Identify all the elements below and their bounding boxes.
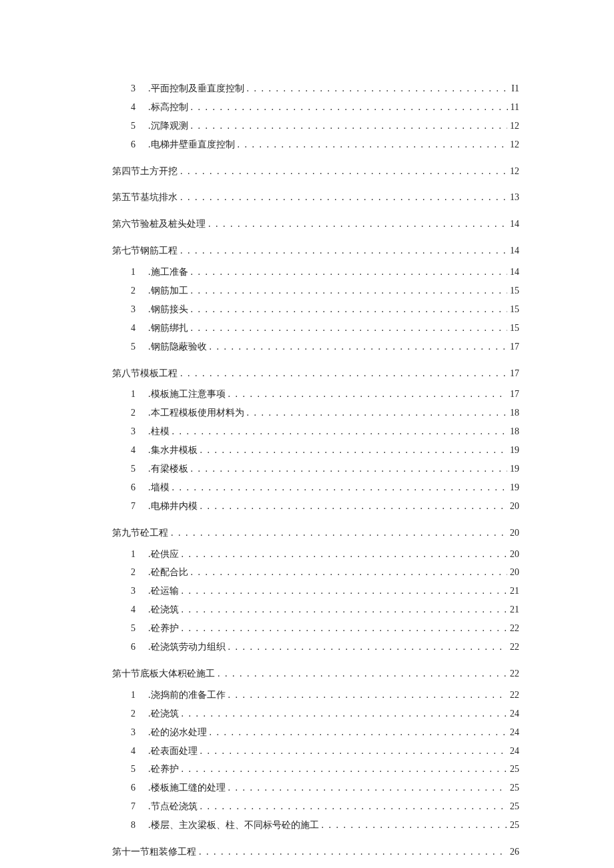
- toc-page-number: 25: [510, 779, 519, 797]
- toc-subitem-number: 8: [131, 817, 143, 834]
- toc-leader-dots: . . . . . . . . . . . . . . . . . . . . …: [191, 320, 508, 337]
- toc-subitem-label: .砼供应: [148, 546, 179, 563]
- toc-page-number: 13: [510, 189, 519, 206]
- toc-subitem-label: .砼表面处理: [148, 743, 198, 760]
- toc-page-number: 17: [510, 386, 519, 403]
- toc-leader-dots: . . . . . . . . . . . . . . . . . . . . …: [182, 705, 508, 723]
- toc-subitem-label: .浇捣前的准备工作: [148, 687, 226, 704]
- toc-subitem: 1.浇捣前的准备工作. . . . . . . . . . . . . . . …: [131, 687, 519, 704]
- toc-leader-dots: . . . . . . . . . . . . . . . . . . . . …: [228, 386, 508, 403]
- toc-subitem-label: .平面控制及垂直度控制: [148, 80, 244, 97]
- toc-page-number: 21: [510, 601, 519, 618]
- toc-subitem-number: 5: [131, 460, 143, 478]
- toc-subitem: 1.砼供应. . . . . . . . . . . . . . . . . .…: [131, 546, 519, 563]
- toc-section: 第七节钢筋工程. . . . . . . . . . . . . . . . .…: [112, 242, 519, 260]
- toc-subitem: 3.钢筋接头. . . . . . . . . . . . . . . . . …: [131, 301, 519, 318]
- toc-subitem-label: .钢筋加工: [148, 282, 188, 300]
- toc-page-number: 12: [510, 136, 519, 153]
- toc-section-label: 第七节钢筋工程: [112, 242, 178, 260]
- toc-leader-dots: . . . . . . . . . . . . . . . . . . . . …: [191, 460, 508, 478]
- toc-section: 第九节砼工程. . . . . . . . . . . . . . . . . …: [112, 524, 519, 542]
- toc-leader-dots: . . . . . . . . . . . . . . . . . . . . …: [191, 264, 508, 281]
- toc-leader-dots: . . . . . . . . . . . . . . . . . . . . …: [182, 620, 508, 637]
- toc-leader-dots: . . . . . . . . . . . . . . . . . . . . …: [182, 546, 508, 563]
- toc-section-label: 第十节底板大体积砼施工: [112, 665, 215, 683]
- toc-leader-dots: . . . . . . . . . . . . . . . . . . . . …: [200, 743, 508, 760]
- toc-subitem-label: .砼浇筑: [148, 705, 179, 723]
- toc-subitem: 6.楼板施工缝的处理. . . . . . . . . . . . . . . …: [131, 779, 519, 797]
- toc-page-number: 21: [510, 582, 519, 600]
- toc-section-label: 第八节模板工程: [112, 365, 178, 382]
- toc-subitem-label: .砼浇筑劳动力组织: [148, 638, 226, 656]
- toc-subitem: 4.钢筋绑扎. . . . . . . . . . . . . . . . . …: [131, 320, 519, 337]
- toc-page-number: 20: [510, 546, 519, 563]
- toc-leader-dots: . . . . . . . . . . . . . . . . . . . . …: [191, 117, 508, 135]
- toc-page-number: 14: [510, 215, 519, 233]
- toc-subitem-number: 4: [131, 99, 143, 116]
- toc-subitem: 5.沉降观测. . . . . . . . . . . . . . . . . …: [131, 117, 519, 135]
- toc-page-number: 25: [510, 761, 519, 778]
- toc-subitem-number: 3: [131, 301, 143, 318]
- toc-leader-dots: . . . . . . . . . . . . . . . . . . . . …: [172, 423, 508, 440]
- toc-leader-dots: . . . . . . . . . . . . . . . . . . . . …: [199, 843, 507, 861]
- toc-page-number: 22: [510, 687, 519, 704]
- toc-leader-dots: . . . . . . . . . . . . . . . . . . . . …: [200, 442, 508, 459]
- toc-leader-dots: . . . . . . . . . . . . . . . . . . . . …: [200, 498, 508, 515]
- toc-subitem-label: .砼配合比: [148, 564, 188, 581]
- toc-subitem: 5.砼养护. . . . . . . . . . . . . . . . . .…: [131, 620, 519, 637]
- toc-page-number: 19: [510, 460, 519, 478]
- toc-subitem-label: .钢筋接头: [148, 301, 188, 318]
- toc-subitem-number: 1: [131, 264, 143, 281]
- toc-subitem-number: 4: [131, 601, 143, 618]
- toc-subitem-number: 2: [131, 564, 143, 581]
- toc-subitem-number: 4: [131, 442, 143, 459]
- toc-leader-dots: . . . . . . . . . . . . . . . . . . . . …: [322, 817, 508, 834]
- toc-page-number: 12: [510, 117, 519, 135]
- toc-subitem-number: 7: [131, 798, 143, 815]
- toc-subitem: 3.砼的泌水处理. . . . . . . . . . . . . . . . …: [131, 724, 519, 741]
- toc-section: 第四节土方开挖. . . . . . . . . . . . . . . . .…: [112, 163, 519, 180]
- toc-leader-dots: . . . . . . . . . . . . . . . . . . . . …: [182, 761, 508, 778]
- toc-subitem-label: .钢筋隐蔽验收: [148, 338, 207, 356]
- toc-subitem: 4.集水井模板. . . . . . . . . . . . . . . . .…: [131, 442, 519, 459]
- toc-subitem: 4.砼浇筑. . . . . . . . . . . . . . . . . .…: [131, 601, 519, 618]
- toc-page-number: 24: [510, 743, 519, 760]
- toc-subitem-number: 6: [131, 779, 143, 797]
- toc-subitem-label: .砼浇筑: [148, 601, 179, 618]
- toc-page: 3.平面控制及垂直度控制. . . . . . . . . . . . . . …: [0, 0, 614, 868]
- toc-subitem-label: .楼板施工缝的处理: [148, 779, 226, 797]
- toc-leader-dots: . . . . . . . . . . . . . . . . . . . . …: [228, 687, 508, 704]
- toc-subitem-number: 5: [131, 620, 143, 637]
- toc-subitem-number: 2: [131, 282, 143, 300]
- toc-section: 第六节验桩及桩头处理. . . . . . . . . . . . . . . …: [112, 215, 519, 233]
- toc-subitem-number: 4: [131, 320, 143, 337]
- toc-subitem: 2.砼配合比. . . . . . . . . . . . . . . . . …: [131, 564, 519, 581]
- toc-leader-dots: . . . . . . . . . . . . . . . . . . . . …: [180, 189, 507, 206]
- toc-section-label: 第四节土方开挖: [112, 163, 178, 180]
- toc-subitem-number: 5: [131, 338, 143, 356]
- toc-page-number: 20: [510, 564, 519, 581]
- toc-page-number: 15: [510, 320, 519, 337]
- toc-page-number: 12: [510, 163, 519, 180]
- toc-page-number: 17: [510, 338, 519, 356]
- toc-leader-dots: . . . . . . . . . . . . . . . . . . . . …: [247, 80, 509, 97]
- toc-subitem-number: 6: [131, 479, 143, 496]
- toc-page-number: I1: [511, 80, 519, 97]
- toc-section-label: 第九节砼工程: [112, 524, 168, 542]
- toc-leader-dots: . . . . . . . . . . . . . . . . . . . . …: [210, 724, 508, 741]
- toc-subitem-number: 7: [131, 498, 143, 515]
- toc-subitem: 6.电梯井壁垂直度控制. . . . . . . . . . . . . . .…: [131, 136, 519, 153]
- toc-subitem: 2.砼浇筑. . . . . . . . . . . . . . . . . .…: [131, 705, 519, 723]
- toc-subitem-number: 2: [131, 705, 143, 723]
- toc-subitem-label: .楼层、主次梁板、柱、不同标号砼的施工: [148, 817, 319, 834]
- toc-subitem: 6.砼浇筑劳动力组织. . . . . . . . . . . . . . . …: [131, 638, 519, 656]
- toc-subitem: 7.电梯井内模. . . . . . . . . . . . . . . . .…: [131, 498, 519, 515]
- toc-section: 第十节底板大体积砼施工. . . . . . . . . . . . . . .…: [112, 665, 519, 683]
- toc-page-number: 17: [510, 365, 519, 382]
- toc-leader-dots: . . . . . . . . . . . . . . . . . . . . …: [172, 479, 508, 496]
- toc-subitem-label: .柱模: [148, 423, 170, 440]
- toc-leader-dots: . . . . . . . . . . . . . . . . . . . . …: [208, 215, 507, 233]
- toc-leader-dots: . . . . . . . . . . . . . . . . . . . . …: [228, 638, 508, 656]
- toc-subitem: 7.节点砼浇筑. . . . . . . . . . . . . . . . .…: [131, 798, 519, 815]
- toc-subitem: 5.有梁楼板. . . . . . . . . . . . . . . . . …: [131, 460, 519, 478]
